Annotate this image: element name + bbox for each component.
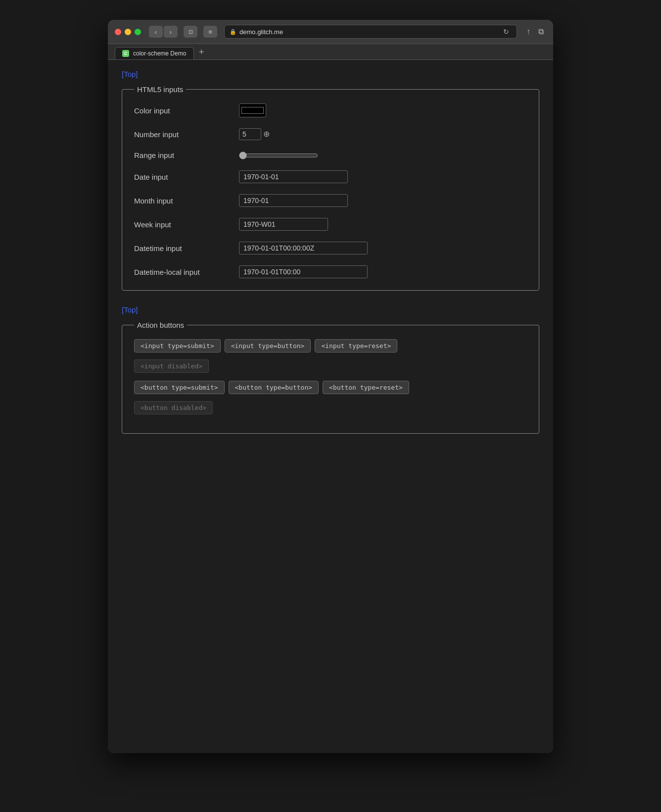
tab-favicon: C [122, 50, 129, 57]
datetime-input[interactable] [239, 242, 368, 254]
new-tab-button[interactable]: + [196, 47, 207, 57]
datetime-local-input[interactable] [239, 265, 368, 278]
close-button[interactable] [115, 29, 121, 35]
month-input[interactable] [239, 194, 348, 207]
month-label: Month input [134, 197, 233, 205]
back-button[interactable]: ‹ [149, 26, 163, 38]
input-submit-button[interactable]: <input type=submit> [134, 339, 221, 353]
color-row: Color input [134, 103, 527, 117]
html5-inputs-section: HTML5 inputs Color input Number input ⊕ … [122, 85, 539, 291]
minimize-button[interactable] [125, 29, 131, 35]
browser-window: ‹ › ⊡ ≡ 🔒 demo.glitch.me ↻ ↑ ⧉ C color-s… [108, 20, 553, 753]
tabs-button[interactable]: ⧉ [536, 26, 546, 37]
html5-legend: HTML5 inputs [134, 85, 186, 94]
nav-buttons: ‹ › [149, 26, 178, 38]
button-disabled-button: <button disabled> [134, 401, 213, 414]
action-legend: Action buttons [134, 321, 187, 329]
traffic-lights [115, 29, 141, 35]
lock-icon: 🔒 [230, 29, 236, 35]
datetime-label: Datetime input [134, 244, 233, 253]
button-disabled-group: <button disabled> [134, 401, 527, 414]
week-row: Week input [134, 218, 527, 231]
page-content: [Top] HTML5 inputs Color input Number in… [108, 60, 553, 753]
date-row: Date input [134, 170, 527, 183]
url-text: demo.glitch.me [239, 28, 283, 36]
title-bar: ‹ › ⊡ ≡ 🔒 demo.glitch.me ↻ ↑ ⧉ [108, 20, 553, 44]
color-label: Color input [134, 106, 233, 115]
tab-bar: C color-scheme Demo + [108, 44, 553, 60]
input-reset-button[interactable]: <input type=reset> [315, 339, 397, 353]
datetime-row: Datetime input [134, 242, 527, 254]
toolbar-right: ↑ ⧉ [524, 26, 546, 37]
range-input[interactable] [239, 152, 318, 159]
datetime-local-row: Datetime-local input [134, 265, 527, 278]
range-row: Range input [134, 151, 527, 159]
range-label: Range input [134, 151, 233, 159]
maximize-button[interactable] [135, 29, 141, 35]
number-container: ⊕ [239, 128, 270, 140]
date-input[interactable] [239, 170, 348, 183]
number-input[interactable] [239, 128, 261, 140]
button-button-button[interactable]: <button type=button> [229, 381, 319, 394]
reload-button[interactable]: ↻ [501, 27, 512, 37]
datetime-local-label: Datetime-local input [134, 268, 233, 276]
date-label: Date input [134, 173, 233, 181]
active-tab[interactable]: C color-scheme Demo [115, 47, 194, 59]
menu-button[interactable]: ≡ [203, 26, 217, 38]
share-button[interactable]: ↑ [524, 26, 533, 37]
spinner-icon: ⊕ [263, 130, 270, 138]
sidebar-button[interactable]: ⊡ [184, 26, 197, 38]
week-label: Week input [134, 220, 233, 229]
action-buttons-section: Action buttons <input type=submit> <inpu… [122, 321, 539, 434]
tab-label: color-scheme Demo [133, 50, 186, 57]
forward-button[interactable]: › [164, 26, 178, 38]
address-bar[interactable]: 🔒 demo.glitch.me ↻ [224, 25, 517, 39]
week-input[interactable] [239, 218, 328, 231]
input-disabled-group: <input disabled> [134, 359, 527, 373]
button-reset-button[interactable]: <button type=reset> [323, 381, 409, 394]
color-input[interactable] [239, 103, 266, 117]
month-row: Month input [134, 194, 527, 207]
number-label: Number input [134, 130, 233, 139]
input-disabled-button: <input disabled> [134, 359, 209, 373]
number-row: Number input ⊕ [134, 128, 527, 140]
button-submit-button[interactable]: <button type=submit> [134, 381, 225, 394]
input-buttons-group: <input type=submit> <input type=button> … [134, 339, 527, 353]
top-link-2[interactable]: [Top] [122, 305, 539, 314]
top-link-1[interactable]: [Top] [122, 70, 539, 78]
button-buttons-group: <button type=submit> <button type=button… [134, 381, 527, 394]
input-button-button[interactable]: <input type=button> [225, 339, 311, 353]
